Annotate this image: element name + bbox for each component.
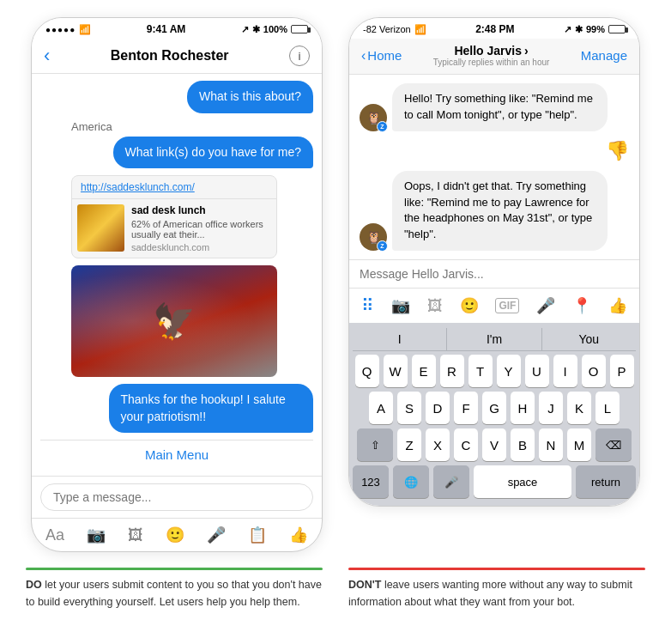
- link-thumbnail: [77, 204, 124, 252]
- jarvis-subtitle: Typically replies within an hour: [402, 58, 580, 67]
- jarvis-message-bubble-2: Oops, I didn't get that. Try something l…: [392, 171, 608, 251]
- info-button[interactable]: i: [289, 46, 310, 66]
- kb-suggestions: I I'm You: [353, 328, 636, 351]
- suggestion-you[interactable]: You: [542, 328, 636, 350]
- key-l[interactable]: L: [595, 392, 620, 424]
- suggestion-im[interactable]: I'm: [447, 328, 541, 350]
- key-s[interactable]: S: [397, 392, 421, 424]
- link-description: 62% of American office workers usually e…: [131, 219, 271, 240]
- globe-key[interactable]: 🌐: [393, 465, 429, 498]
- message-input[interactable]: [40, 483, 313, 511]
- key-q[interactable]: Q: [355, 355, 379, 387]
- camera-icon[interactable]: 📷: [87, 526, 106, 544]
- key-m[interactable]: M: [567, 428, 591, 461]
- key-d[interactable]: D: [426, 392, 450, 424]
- apps-icon[interactable]: ⠿: [361, 295, 374, 316]
- link-content: sad desk lunch 62% of American office wo…: [72, 199, 276, 258]
- messenger-input-bar: [32, 476, 322, 518]
- jarvis-thumbsup-icon[interactable]: 👍: [608, 296, 627, 315]
- jarvis-avatar-2: 🦉 Z: [360, 223, 387, 251]
- jarvis-header: ‹ Home Hello Jarvis › Typically replies …: [349, 39, 639, 75]
- wifi-icon: 📶: [79, 24, 91, 35]
- key-t[interactable]: T: [468, 355, 493, 387]
- key-k[interactable]: K: [567, 392, 591, 424]
- mic-icon[interactable]: 🎤: [207, 526, 226, 544]
- key-y[interactable]: Y: [497, 355, 521, 387]
- key-n[interactable]: N: [539, 428, 563, 461]
- sticker-icon[interactable]: 📋: [248, 526, 267, 544]
- key-b[interactable]: B: [511, 428, 535, 461]
- key-h[interactable]: H: [511, 392, 535, 424]
- sender-label-america: America: [71, 120, 313, 133]
- home-back-button[interactable]: ‹ Home: [361, 48, 402, 64]
- shift-key[interactable]: ⇧: [357, 428, 393, 461]
- dont-text: leave users wanting more without any way…: [348, 579, 632, 607]
- thumbsup-icon[interactable]: 👍: [289, 526, 308, 544]
- key-f[interactable]: F: [454, 392, 478, 424]
- jarvis-photo-icon[interactable]: 🖼: [427, 297, 443, 315]
- right-status-left: -82 Verizon 📶: [363, 24, 426, 35]
- image-inner: 🦅: [71, 265, 277, 377]
- key-p[interactable]: P: [610, 355, 634, 387]
- link-url: http://saddesklunch.com/: [72, 176, 276, 199]
- space-key[interactable]: space: [474, 465, 571, 498]
- right-battery-percent: 99%: [586, 24, 605, 34]
- back-button[interactable]: ‹: [44, 46, 50, 65]
- gallery-icon[interactable]: 🖼: [128, 526, 143, 544]
- location-icon[interactable]: 📍: [572, 296, 591, 315]
- key-z[interactable]: Z: [397, 428, 421, 461]
- signal-dots: ●●●●●: [45, 25, 76, 34]
- jarvis-chat-area: 🦉 Z Hello! Try something like: "Remind m…: [349, 75, 639, 259]
- home-label[interactable]: Home: [367, 48, 402, 63]
- key-c[interactable]: C: [454, 428, 478, 461]
- jarvis-badge-icon-2: Z: [380, 243, 384, 249]
- delete-key[interactable]: ⌫: [595, 428, 632, 461]
- right-status-right: ↗ ✱ 99%: [564, 24, 626, 35]
- kb-mic-key[interactable]: 🎤: [433, 465, 469, 498]
- battery-icon: [291, 25, 308, 33]
- name-chevron-icon: ›: [524, 44, 529, 58]
- thumbsdown-icon[interactable]: 👎: [606, 140, 629, 162]
- message-bubble-out-1: What is this about?: [187, 81, 313, 113]
- key-u[interactable]: U: [525, 355, 549, 387]
- jarvis-camera-icon[interactable]: 📷: [391, 296, 410, 315]
- key-r[interactable]: R: [440, 355, 464, 387]
- jarvis-message-input[interactable]: [360, 267, 629, 281]
- jarvis-input-row: [349, 259, 639, 288]
- key-j[interactable]: J: [539, 392, 563, 424]
- kb-row-3: ⇧ Z X C V B N M ⌫: [353, 428, 636, 461]
- jarvis-mic-icon[interactable]: 🎤: [536, 296, 555, 315]
- key-v[interactable]: V: [482, 428, 506, 461]
- gif-button[interactable]: GIF: [495, 298, 519, 313]
- key-w[interactable]: W: [384, 355, 408, 387]
- key-i[interactable]: I: [553, 355, 577, 387]
- suggestion-i[interactable]: I: [353, 328, 447, 350]
- key-x[interactable]: X: [426, 428, 450, 461]
- message-bubble-out-2: What link(s) do you have for me?: [113, 137, 313, 169]
- kb-row-1: Q W E R T Y U I O P: [353, 355, 636, 387]
- back-chevron-icon: ‹: [361, 48, 366, 64]
- eagle-icon: 🦅: [153, 301, 196, 342]
- do-text: let your users submit content to you so …: [26, 579, 322, 607]
- key-o[interactable]: O: [582, 355, 606, 387]
- jarvis-avatar-1: 🦉 Z: [360, 104, 387, 131]
- numbers-key[interactable]: 123: [353, 465, 389, 498]
- carrier-label: -82 Verizon: [363, 24, 411, 34]
- key-a[interactable]: A: [369, 392, 393, 424]
- main-menu-button[interactable]: Main Menu: [40, 440, 313, 469]
- key-e[interactable]: E: [412, 355, 436, 387]
- key-g[interactable]: G: [482, 392, 506, 424]
- manage-button[interactable]: Manage: [581, 48, 627, 63]
- right-status-bar: -82 Verizon 📶 2:48 PM ↗ ✱ 99%: [349, 18, 639, 39]
- font-icon[interactable]: Aa: [45, 526, 64, 544]
- right-time: 2:48 PM: [475, 23, 514, 35]
- jarvis-message-row-2: 🦉 Z Oops, I didn't get that. Try somethi…: [360, 171, 629, 251]
- battery-percent: 100%: [263, 24, 287, 34]
- emoji-icon[interactable]: 🙂: [166, 526, 184, 544]
- jarvis-emoji-icon[interactable]: 🙂: [460, 296, 479, 315]
- conversation-title: Benton Rochester: [50, 48, 289, 64]
- do-caption: DO let your users submit content to you …: [26, 568, 323, 611]
- link-text-block: sad desk lunch 62% of American office wo…: [131, 204, 271, 252]
- jarvis-name: Hello Jarvis ›: [402, 44, 580, 58]
- return-key[interactable]: return: [576, 465, 636, 498]
